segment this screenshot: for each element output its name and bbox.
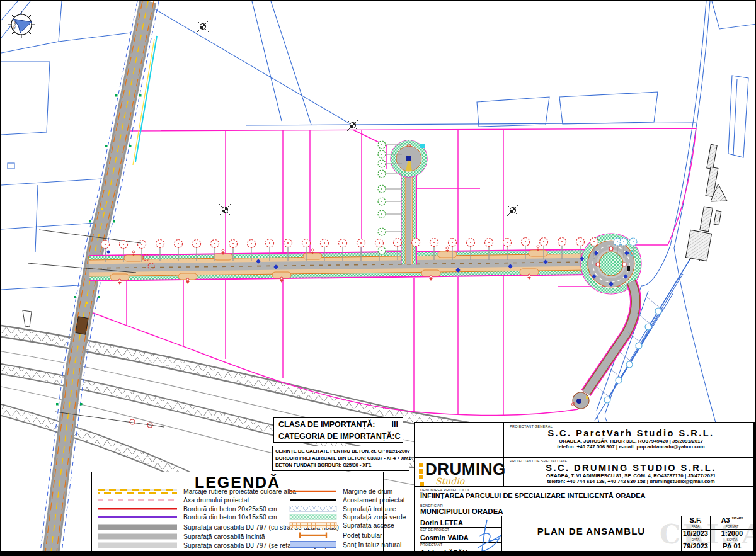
scara-label: SCARA (710, 538, 754, 542)
specialty-address: ORADEA, T. VLADIMIRESCU 81, SP. COM. 4, … (510, 473, 752, 479)
importance-category-value: C (394, 432, 400, 441)
legend-label: Acostament proiectat (343, 496, 405, 504)
druming-logo-text: DRUMING (425, 461, 502, 477)
legend-swatch-trotuare (289, 505, 338, 513)
legend-swatch-sant (289, 540, 338, 549)
general-company: S.C. ParctVarh Studio S.R.L. (510, 428, 752, 438)
legend-swatch-dj797-marcaje (96, 542, 178, 549)
proiect-value: 79/2023 (681, 543, 710, 550)
legend-swatch-margine (289, 487, 338, 495)
plansa-value: PA 01 (710, 543, 754, 550)
faza-label: FAZA (681, 525, 710, 528)
legend-label: Suprafață accese (343, 521, 394, 529)
importance-category-label: CATEGORIA DE IMPORTANȚĂ: (278, 432, 394, 441)
druming-logo-square-icon (420, 482, 424, 486)
scara-value: 1:2000 (710, 530, 754, 538)
legend-label: Suprafață carosabilă incintă (183, 533, 265, 540)
concrete-line-1: CERINȚE DE CALITATE PENTRU BETON, cf. CP… (275, 448, 406, 455)
format-value: A3 (721, 516, 730, 524)
data-value: 10/2023 (681, 530, 710, 538)
legend-swatch-zona-verde (289, 513, 338, 521)
importance-box: CLASA DE IMPORTANȚĂ: III CATEGORIA DE IM… (273, 417, 403, 443)
legend-label: Suprafață zonă verde (343, 513, 406, 521)
sheet-bottom-border (1, 551, 755, 555)
importance-class-value: III (392, 420, 398, 429)
legend-swatch-podet (289, 531, 338, 539)
drawing-title: PLAN DE ANSAMBLU (501, 526, 681, 536)
concrete-line-2: BORDURI PREFABRICATE DIN BETON: C30/37 -… (275, 455, 406, 462)
importance-class-label: CLASA DE IMPORTANȚĂ: (278, 420, 375, 429)
project-title: ÎNFIINȚAREA PARCULUI DE SPECIALIZARE INT… (420, 492, 748, 499)
specialty-company: S.C. DRUMING STUDIO S.R.L. (510, 463, 752, 473)
general-contact: telefon: +40 747 506 907 | e-mail: pop.a… (510, 444, 752, 450)
legend-swatch-incinta (96, 533, 178, 540)
general-address: ORADEA, JURCSÁK TIBOR 33E, RO37949420 | … (510, 438, 752, 444)
legend-label: Margine de drum (343, 487, 392, 495)
concrete-requirements-box: CERINȚE DE CALITATE PENTRU BETON, cf. CP… (272, 446, 410, 471)
legend-swatch-accese (289, 521, 338, 529)
legend-label: Marcaje rutiere proiectate culoare albă (183, 487, 296, 495)
format-label: FORMAT (710, 525, 754, 528)
legend-swatch-axa (96, 496, 178, 504)
legend-swatch-marcaje (96, 487, 178, 495)
druming-logo-bars-icon (419, 463, 423, 479)
legend-label: Bordură din beton 20x25x50 cm (183, 505, 277, 513)
legend-swatch-dj797-nou (96, 523, 178, 531)
druming-logo: DRUMING Studio (419, 461, 502, 486)
main-road (89, 250, 590, 280)
legend-swatch-bordura-mica (96, 513, 178, 521)
legend-box: LEGENDĂ Marcaje rutiere proiectate culoa… (91, 472, 384, 553)
exit-road (572, 282, 662, 409)
legend-label: Bordură din beton 10x15x50 cm (183, 513, 277, 521)
site-plan-sheet: NORTH CLASA DE IMPORTANȚĂ: III CATEGORIA… (0, 0, 756, 556)
format-size: 297x420 (732, 517, 743, 520)
concrete-line-3: BETON FUNDAȚII BORDURI: C25/30 - XF1 (275, 462, 406, 469)
title-block: CRIȘANA PROIECTANT GENERAL S.C. ParctVar… (414, 422, 755, 553)
legend-label: Suprafață trotuare (343, 505, 396, 513)
legend-label: Podeț tubular (343, 531, 382, 539)
legend-label: Axa drumului proiectat (183, 496, 249, 504)
specialty-contact: telefon: +40 744 614 126, +40 742 630 15… (510, 479, 752, 484)
north-compass-icon: NORTH (8, 11, 35, 38)
beneficiary-value: MUNICIPIULUI ORADEA (420, 508, 748, 515)
data-label: DATA (681, 538, 710, 542)
legend-label: Șanț în taluz natural (343, 541, 401, 548)
legend-swatch-bordura-mare (96, 505, 178, 513)
faza-value: S.F. (681, 517, 710, 525)
legend-swatch-acostament (289, 496, 338, 504)
